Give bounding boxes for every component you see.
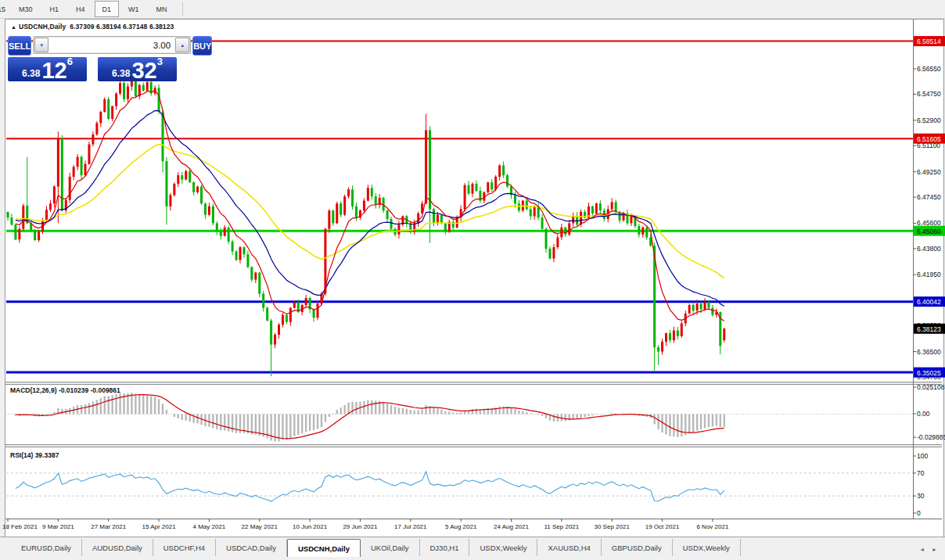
time-axis-label: 10 Jun 2021 <box>293 523 328 530</box>
candle <box>645 228 648 238</box>
candle <box>677 330 679 336</box>
candle <box>615 202 617 212</box>
candle <box>115 94 117 106</box>
candle <box>518 203 520 210</box>
candle <box>177 175 179 184</box>
candle <box>53 187 56 204</box>
candle <box>490 182 493 189</box>
sell-price-display[interactable]: 6.38 12 6 <box>8 57 87 81</box>
volume-decrease-button[interactable]: ▼ <box>34 38 49 52</box>
buy-price-base: 6.38 <box>112 68 130 79</box>
candle <box>162 112 164 161</box>
price-tag-label: 6.38123 <box>917 325 941 333</box>
candle <box>119 83 121 94</box>
tab-usdchf-h4[interactable]: USDCHF,H4 <box>153 539 216 556</box>
buy-price-display[interactable]: 6.38 32 3 <box>98 57 177 81</box>
tab-xauusd-h4[interactable]: XAUUSD,H4 <box>537 539 601 556</box>
candle <box>142 85 145 91</box>
rsi-label: RSI(14) 39.3387 <box>10 451 59 459</box>
volume-increase-button[interactable]: ▲ <box>175 38 189 52</box>
tab-usdcad-daily[interactable]: USDCAD,Daily <box>216 539 287 556</box>
candle <box>262 294 264 308</box>
price-tag-label: 6.51605 <box>917 135 941 143</box>
candle <box>568 223 570 234</box>
candle <box>317 303 319 318</box>
candle <box>657 347 659 351</box>
sell-price-pips: 12 <box>41 60 66 81</box>
candle <box>367 188 369 200</box>
candle <box>340 203 342 214</box>
tab-ukoil-daily[interactable]: UKOil,Daily <box>361 539 420 556</box>
price-tick-label: 6.43800 <box>917 245 941 253</box>
one-click-trading-panel: SELL ▼ ▲ BUY 6.38 12 6 6.38 32 3 <box>8 36 177 81</box>
candle <box>293 302 296 307</box>
macd-label: MACD(12,26,9) -0.010239 -0.009861 <box>10 386 120 394</box>
candle <box>386 210 389 219</box>
candle <box>246 254 249 267</box>
candle <box>196 187 199 192</box>
volume-input[interactable] <box>49 38 175 52</box>
buy-price-pips: 32 <box>131 60 156 81</box>
candle <box>556 237 559 247</box>
tab-dj30-h1[interactable]: DJ30,H1 <box>420 539 470 556</box>
candle <box>468 185 470 194</box>
collapse-arrow-icon[interactable]: ▲ <box>11 24 16 30</box>
tabs-scroll-left-icon[interactable]: ◄ <box>919 547 925 552</box>
buy-button[interactable]: BUY <box>192 36 212 56</box>
tab-gbpusd-daily[interactable]: GBPUSD,Daily <box>602 539 673 556</box>
candle <box>239 247 242 260</box>
candle <box>549 249 552 259</box>
candle <box>611 202 613 209</box>
candle <box>69 177 71 200</box>
rsi-scale-label: 30 <box>917 492 925 500</box>
price-tag-label: 6.35025 <box>917 369 941 377</box>
candle <box>250 267 253 279</box>
sell-button[interactable]: SELL <box>8 36 31 56</box>
price-tick-label: 6.47450 <box>917 193 941 201</box>
candle <box>530 209 532 216</box>
candle <box>57 138 59 186</box>
candle <box>494 177 497 189</box>
candle <box>638 226 640 235</box>
tab-audusd-daily[interactable]: AUDUSD,Daily <box>82 539 153 556</box>
candle <box>92 135 94 145</box>
candle <box>282 315 284 325</box>
candle <box>564 228 566 235</box>
candle <box>541 217 544 228</box>
candle <box>591 206 594 214</box>
candle <box>336 203 338 223</box>
tab-usdx-weekly[interactable]: USDX,Weekly <box>469 539 537 556</box>
candle <box>232 242 234 252</box>
candle <box>641 228 644 235</box>
candle <box>185 171 187 180</box>
candle <box>266 308 268 321</box>
candle <box>599 203 602 210</box>
candle <box>216 223 218 232</box>
candle <box>487 182 489 192</box>
candle <box>45 210 48 221</box>
candle <box>707 302 710 307</box>
candle <box>99 112 102 123</box>
candle <box>534 206 536 217</box>
candle <box>224 228 226 236</box>
tab-usdcnh-daily[interactable]: USDCNH,Daily <box>287 539 361 557</box>
buy-price-point: 3 <box>157 56 163 67</box>
candle <box>429 130 431 209</box>
candle <box>351 189 354 206</box>
candle <box>397 224 400 235</box>
time-axis-label: 24 Aug 2021 <box>494 523 529 530</box>
candle <box>169 195 171 206</box>
candle <box>278 325 280 335</box>
macd-scale-label: -0.029885 <box>917 433 945 441</box>
candle <box>111 106 113 119</box>
candle <box>200 187 203 204</box>
candle <box>347 189 350 196</box>
candle <box>343 196 346 214</box>
tab-eurusd-daily[interactable]: EURUSD,Daily <box>11 539 82 556</box>
candle <box>390 219 393 229</box>
tabs-scroll-right-icon[interactable]: ► <box>932 547 937 552</box>
tab-usdx-weekly[interactable]: USDX,Weekly <box>673 539 741 556</box>
candle <box>189 171 191 182</box>
candle <box>235 252 238 260</box>
candle <box>173 184 175 195</box>
